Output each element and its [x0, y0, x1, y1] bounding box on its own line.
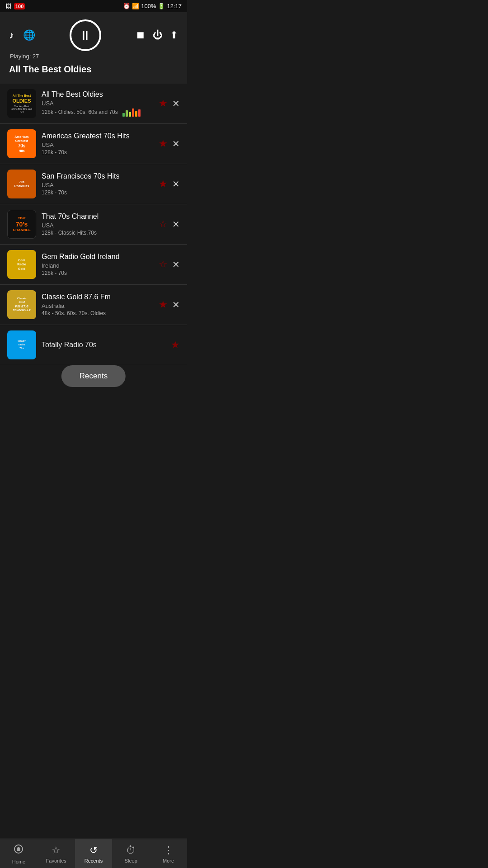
station-actions: ★ ✕	[159, 178, 180, 190]
pause-button[interactable]: ⏸	[70, 19, 101, 51]
recents-tooltip-text: Recents	[80, 372, 108, 380]
eq-bars	[122, 108, 141, 117]
photo-icon: 🖼	[5, 3, 11, 9]
station-logo: ClassicGoldFM 87.6TOWNSVILLE	[7, 290, 36, 319]
station-info: All The Best Oldies USA 128k - Oldies. 5…	[36, 90, 159, 117]
station-meta: 48k - 50s. 60s. 70s. Oldies	[42, 310, 153, 316]
station-logo: AmericasGreatest70sHits	[7, 129, 36, 158]
station-name: All The Best Oldies	[42, 90, 153, 99]
station-logo: totallyradio70s	[7, 330, 36, 359]
station-logo: 70sRadioHits	[7, 170, 36, 198]
station-actions: ☆ ✕	[159, 218, 180, 230]
station-info: Americas Greatest 70s Hits USA 128k - 70…	[36, 132, 159, 156]
favorite-star-icon[interactable]: ★	[171, 339, 180, 351]
station-meta: 128k - 70s	[42, 189, 153, 196]
remove-station-icon[interactable]: ✕	[172, 138, 180, 149]
station-item[interactable]: All The BestOLDIES The Very Bestof the 5…	[0, 84, 187, 124]
station-actions: ★	[171, 339, 180, 351]
station-item[interactable]: AmericasGreatest70sHits Americas Greates…	[0, 124, 187, 164]
alarm-icon: ⏰	[123, 3, 130, 9]
globe-icon[interactable]: 🌐	[23, 29, 35, 41]
station-logo: That70'sCHANNEL	[7, 210, 36, 239]
station-country: USA	[42, 100, 153, 107]
station-actions: ★ ✕	[159, 98, 180, 109]
playing-label: Playing: 27	[9, 53, 178, 60]
favorite-star-icon[interactable]: ★	[159, 98, 168, 109]
station-actions: ★ ✕	[159, 138, 180, 150]
station-name: That 70s Channel	[42, 212, 153, 221]
favorite-star-icon[interactable]: ★	[159, 299, 168, 311]
station-name: Gem Radio Gold Ireland	[42, 253, 153, 261]
station-country: Australia	[42, 302, 153, 309]
music-note-icon[interactable]: ♪	[9, 29, 14, 41]
stop-button[interactable]: ⏹	[136, 29, 145, 41]
station-country: Ireland	[42, 262, 153, 269]
station-item[interactable]: GemRadioGold Gem Radio Gold Ireland Irel…	[0, 245, 187, 285]
station-name: Totally Radio 70s	[42, 341, 165, 349]
recents-tooltip: Recents	[61, 365, 126, 387]
player-header: ♪ 🌐 ⏸ ⏹ ⏻ ⬆ Playing: 27 All The Best Old…	[0, 12, 187, 84]
station-actions: ☆ ✕	[159, 259, 180, 270]
station-name: Classic Gold 87.6 Fm	[42, 293, 153, 301]
remove-station-icon[interactable]: ✕	[172, 299, 180, 310]
battery-icon: 🔋	[158, 3, 165, 9]
station-country: USA	[42, 182, 153, 189]
station-info: Totally Radio 70s	[36, 341, 171, 349]
remove-station-icon[interactable]: ✕	[172, 219, 180, 230]
status-left: 🖼 100	[5, 3, 25, 9]
station-meta: 128k - 70s	[42, 270, 153, 276]
station-name: San Franciscos 70s Hits	[42, 172, 153, 180]
station-actions: ★ ✕	[159, 299, 180, 311]
station-meta: 128k - 70s	[42, 149, 153, 156]
player-controls-row: ♪ 🌐 ⏸ ⏹ ⏻ ⬆	[9, 19, 178, 51]
status-right: ⏰ 📶 100% 🔋 12:17	[123, 3, 182, 9]
player-left-icons: ♪ 🌐	[9, 29, 35, 41]
station-country: USA	[42, 222, 153, 229]
station-item[interactable]: That70'sCHANNEL That 70s Channel USA 128…	[0, 204, 187, 245]
station-info: Classic Gold 87.6 Fm Australia 48k - 50s…	[36, 293, 159, 316]
remove-station-icon[interactable]: ✕	[172, 179, 180, 189]
station-logo: GemRadioGold	[7, 250, 36, 279]
app-icon: 100	[14, 3, 25, 9]
station-item[interactable]: totallyradio70s Totally Radio 70s ★	[0, 325, 187, 365]
share-button[interactable]: ⬆	[170, 29, 178, 41]
pause-icon: ⏸	[79, 28, 92, 43]
station-logo: All The BestOLDIES The Very Bestof the 5…	[7, 89, 36, 118]
remove-station-icon[interactable]: ✕	[172, 259, 180, 270]
battery-label: 100%	[141, 3, 156, 9]
wifi-icon: 📶	[132, 3, 139, 9]
station-meta: 128k - Oldies. 50s. 60s and 70s	[42, 108, 153, 117]
station-info: Gem Radio Gold Ireland Ireland 128k - 70…	[36, 253, 159, 276]
station-country: USA	[42, 142, 153, 148]
station-info: San Franciscos 70s Hits USA 128k - 70s	[36, 172, 159, 196]
favorite-star-icon[interactable]: ☆	[159, 218, 168, 230]
station-meta: 128k - Classic Hits.70s	[42, 230, 153, 236]
time-label: 12:17	[167, 3, 182, 9]
power-button[interactable]: ⏻	[153, 29, 163, 41]
favorite-star-icon[interactable]: ★	[159, 138, 168, 150]
station-item[interactable]: ClassicGoldFM 87.6TOWNSVILLE Classic Gol…	[0, 285, 187, 325]
status-bar: 🖼 100 ⏰ 📶 100% 🔋 12:17	[0, 0, 187, 12]
favorite-star-icon[interactable]: ☆	[159, 259, 168, 270]
station-info: That 70s Channel USA 128k - Classic Hits…	[36, 212, 159, 236]
current-station-title: All The Best Oldies	[9, 64, 178, 75]
favorite-star-icon[interactable]: ★	[159, 178, 168, 190]
player-right-icons: ⏹ ⏻ ⬆	[136, 29, 178, 41]
station-name: Americas Greatest 70s Hits	[42, 132, 153, 140]
station-list: All The BestOLDIES The Very Bestof the 5…	[0, 84, 187, 397]
remove-station-icon[interactable]: ✕	[172, 98, 180, 109]
station-item[interactable]: 70sRadioHits San Franciscos 70s Hits USA…	[0, 164, 187, 204]
